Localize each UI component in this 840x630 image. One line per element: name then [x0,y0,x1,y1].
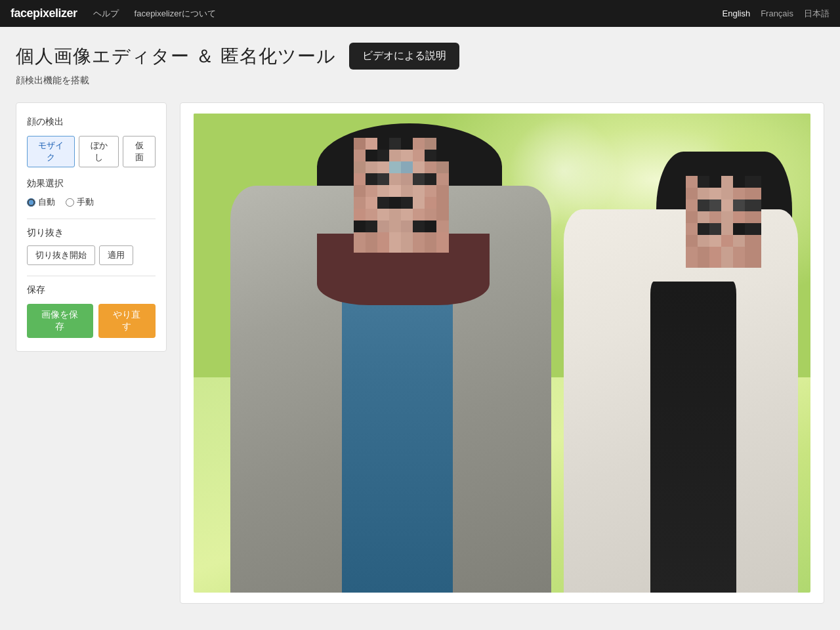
svg-rect-41 [354,197,366,209]
auto-radio-label: 自動 [38,196,55,208]
crop-start-button[interactable]: 切り抜き開始 [27,245,95,265]
svg-rect-25 [354,173,366,185]
svg-rect-59 [377,220,389,232]
svg-rect-87 [698,200,709,211]
svg-rect-56 [436,209,449,220]
svg-rect-40 [436,185,449,197]
svg-rect-65 [354,232,366,253]
svg-rect-83 [721,188,733,200]
svg-rect-38 [413,185,425,197]
lang-english[interactable]: English [723,9,751,18]
svg-rect-7 [425,138,436,150]
svg-rect-10 [366,150,377,161]
svg-rect-27 [377,173,389,185]
svg-rect-112 [709,247,721,268]
svg-rect-114 [733,247,745,268]
svg-rect-62 [413,220,425,232]
svg-rect-55 [425,209,436,220]
photo-scene [194,114,810,593]
svg-rect-95 [721,211,733,223]
svg-rect-101 [721,223,733,235]
svg-rect-8 [436,138,449,150]
svg-rect-77 [721,176,733,188]
svg-rect-37 [401,185,413,197]
svg-rect-75 [698,176,709,188]
svg-rect-99 [698,223,709,235]
svg-rect-3 [377,138,389,150]
svg-rect-76 [709,176,721,188]
lang-french[interactable]: Français [761,9,793,18]
svg-rect-85 [745,188,761,200]
save-image-button[interactable]: 画像を保存 [27,304,93,338]
page-subtitle: 顔検出機能を搭載 [16,75,824,87]
crop-apply-button[interactable]: 適用 [99,245,133,265]
page-title: 個人画像エディター ＆ 匿名化ツール [16,44,336,69]
divider-2 [27,276,156,276]
nav-help-link[interactable]: ヘルプ [93,8,119,20]
auto-radio-option[interactable]: 自動 [27,196,55,208]
svg-rect-48 [436,197,449,209]
svg-rect-111 [698,247,709,268]
svg-rect-13 [401,150,413,161]
svg-rect-15 [425,150,436,161]
svg-rect-115 [745,247,761,268]
svg-rect-1 [354,138,366,150]
svg-rect-43 [377,197,389,209]
svg-rect-102 [733,223,745,235]
svg-rect-67 [377,232,389,253]
svg-rect-82 [709,188,721,200]
lang-japanese[interactable]: 日本語 [804,8,830,20]
effect-button-group: モザイク ぼかし 仮面 [27,136,156,167]
svg-rect-81 [698,188,709,200]
svg-rect-17 [354,161,366,173]
crop-button-group: 切り抜き開始 適用 [27,245,156,265]
video-button[interactable]: ビデオによる説明 [349,43,459,70]
svg-rect-70 [413,232,425,253]
svg-rect-74 [686,176,698,188]
svg-rect-33 [354,185,366,197]
svg-rect-18 [366,161,377,173]
svg-rect-49 [354,209,366,220]
svg-rect-9 [354,150,366,161]
svg-rect-39 [425,185,436,197]
reset-button[interactable]: やり直す [98,304,156,338]
svg-rect-68 [389,232,401,253]
svg-rect-19 [377,161,389,173]
detection-mode-group: 自動 手動 [27,196,156,208]
svg-rect-31 [425,173,436,185]
svg-rect-14 [413,150,425,161]
save-label: 保存 [27,284,156,296]
woman-face-pixelated [686,176,761,268]
svg-rect-53 [401,209,413,220]
svg-rect-91 [745,200,761,211]
auto-radio-input[interactable] [27,198,35,207]
svg-rect-103 [745,223,761,235]
brand-logo[interactable]: facepixelizer [10,7,77,20]
svg-rect-32 [436,173,449,185]
effect-select-label: 効果選択 [27,178,156,190]
svg-rect-93 [698,211,709,223]
manual-radio-input[interactable] [66,198,74,207]
svg-rect-100 [709,223,721,235]
nav-about-link[interactable]: facepixelizerについて [135,8,216,20]
svg-rect-5 [401,138,413,150]
manual-radio-option[interactable]: 手動 [66,196,94,208]
svg-rect-12 [389,150,401,161]
svg-rect-58 [366,220,377,232]
effect-blur-button[interactable]: ぼかし [79,136,119,167]
save-button-group: 画像を保存 やり直す [27,304,156,338]
svg-rect-2 [366,138,377,150]
svg-rect-54 [413,209,425,220]
sidebar-panel: 顔の検出 モザイク ぼかし 仮面 効果選択 自動 手動 切り抜き [16,102,167,352]
effect-mask-button[interactable]: 仮面 [123,136,156,167]
image-area [180,102,824,604]
svg-rect-34 [366,185,377,197]
effect-mosaic-button[interactable]: モザイク [27,136,75,167]
svg-rect-104 [686,235,698,247]
svg-rect-79 [745,176,761,188]
svg-rect-80 [686,188,698,200]
svg-rect-72 [436,232,449,253]
svg-rect-4 [389,138,401,150]
svg-rect-24 [436,161,449,173]
svg-rect-11 [377,150,389,161]
